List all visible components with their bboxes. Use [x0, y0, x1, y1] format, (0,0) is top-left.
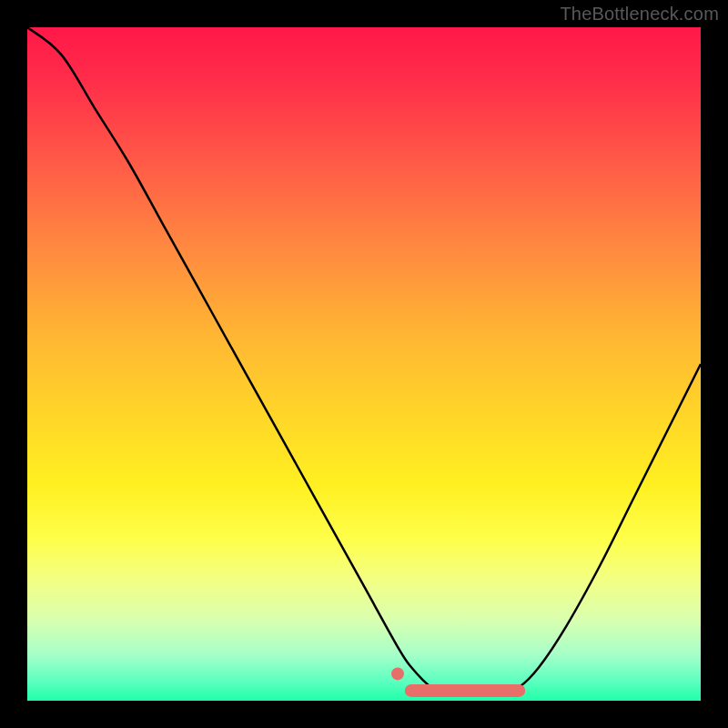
watermark-text: TheBottleneck.com	[560, 4, 719, 25]
bottleneck-curve	[27, 27, 701, 694]
curve-svg	[27, 27, 701, 701]
optimal-start-dot	[391, 667, 404, 680]
chart-container: TheBottleneck.com	[0, 0, 728, 728]
plot-area	[27, 27, 701, 701]
